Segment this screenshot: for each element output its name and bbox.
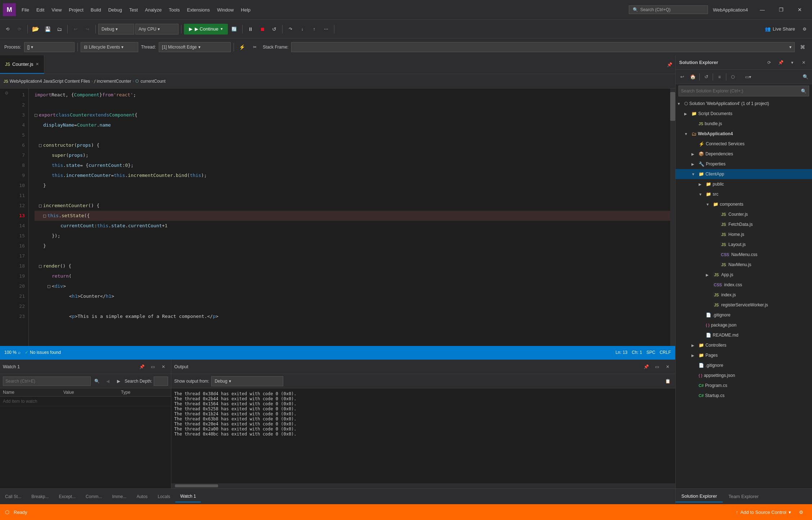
- menu-build[interactable]: Build: [87, 5, 105, 15]
- se-show-all-btn[interactable]: ≡: [714, 72, 725, 82]
- restart-button[interactable]: ↺: [269, 24, 280, 35]
- menu-test[interactable]: Test: [126, 5, 141, 15]
- se-refresh-btn[interactable]: 🏠: [688, 72, 698, 82]
- debug-config-dropdown[interactable]: Debug▾: [98, 24, 134, 35]
- se-tab-solution-explorer[interactable]: Solution Explorer: [676, 491, 723, 502]
- tree-item-pages[interactable]: ▶ 📁 Pages: [676, 350, 812, 360]
- tree-item-deps[interactable]: ▶ 📦 Dependencies: [676, 149, 812, 159]
- breadcrumb-2[interactable]: incrementCounter: [97, 79, 131, 84]
- tab-command[interactable]: Comm...: [81, 491, 107, 502]
- menu-file[interactable]: File: [18, 5, 33, 15]
- menu-tools[interactable]: Tools: [165, 5, 183, 15]
- se-search-input[interactable]: [681, 88, 801, 93]
- close-button[interactable]: ✕: [790, 3, 809, 16]
- tree-item-navmenu-js[interactable]: JS NavMenu.js: [676, 260, 812, 270]
- tab-counter-js[interactable]: JS Counter.js ✕: [0, 55, 44, 74]
- tab-immediate[interactable]: Imme...: [107, 491, 131, 502]
- thread-dropdown[interactable]: [1] Microsoft Edge▾: [159, 42, 231, 52]
- tab-callstack[interactable]: Call St...: [0, 491, 26, 502]
- tracepoint-button[interactable]: ✂: [250, 42, 260, 52]
- live-share-button[interactable]: 👥 Live Share: [762, 25, 798, 33]
- menu-edit[interactable]: Edit: [33, 5, 48, 15]
- watch-nav-back[interactable]: ◀: [103, 377, 112, 386]
- menu-analyze[interactable]: Analyze: [141, 5, 165, 15]
- output-close-button[interactable]: ✕: [663, 362, 672, 371]
- se-tab-team-explorer[interactable]: Team Explorer: [723, 491, 764, 502]
- tree-item-readme[interactable]: 📄 README.md: [676, 330, 812, 340]
- se-filter-btn[interactable]: ↺: [701, 72, 711, 82]
- watch-close-button[interactable]: ✕: [159, 362, 168, 371]
- tree-item-gitignore-ca[interactable]: 📄 .gitignore: [676, 310, 812, 320]
- tree-item-clientapp[interactable]: ▼ 📁 ClientApp: [676, 169, 812, 179]
- undo-button[interactable]: ↩: [70, 24, 81, 35]
- tree-item-appsettings[interactable]: { } appsettings.json: [676, 370, 812, 380]
- tree-item-src[interactable]: ▼ 📁 src: [676, 189, 812, 199]
- stack-dropdown[interactable]: ▾: [291, 42, 795, 52]
- minimize-button[interactable]: —: [753, 3, 772, 16]
- tree-item-webapp4[interactable]: ▼ 🗂 WebApplication4: [676, 129, 812, 139]
- tree-item-home-js[interactable]: JS Home.js: [676, 229, 812, 240]
- editor-settings[interactable]: ⚙: [0, 88, 13, 346]
- tree-item-solution[interactable]: ▼ ⬡ Solution 'WebApplication4' (1 of 1 p…: [676, 99, 812, 109]
- watch-add-row[interactable]: Add item to watch: [0, 397, 171, 406]
- tree-item-rsw-js[interactable]: JS registerServiceWorker.js: [676, 300, 812, 310]
- tree-item-pkg-json[interactable]: { } package.json: [676, 320, 812, 330]
- tab-watch1[interactable]: Watch 1: [175, 491, 201, 502]
- stack-tool-btn[interactable]: ⌘: [798, 42, 808, 52]
- tree-item-index-css[interactable]: CSS index.css: [676, 280, 812, 290]
- stop-button[interactable]: ⏹: [257, 24, 268, 35]
- tree-item-startup-cs[interactable]: C# Startup.cs: [676, 391, 812, 401]
- tree-item-props[interactable]: ▶ 🔧 Properties: [676, 159, 812, 169]
- source-control-button[interactable]: ↑ Add to Source Control ▾: [736, 510, 791, 515]
- back-button[interactable]: ⟲: [2, 24, 13, 35]
- maximize-button[interactable]: ❐: [772, 3, 790, 16]
- lifecycle-dropdown[interactable]: ⊟ Lifecycle Events▾: [81, 42, 138, 52]
- watch-search-input[interactable]: [3, 377, 91, 386]
- se-pin-button[interactable]: 📌: [776, 58, 785, 67]
- watch-dock-button[interactable]: ▭: [148, 362, 157, 371]
- tree-item-navmenu-css[interactable]: CSS NavMenu.css: [676, 250, 812, 260]
- tab-autos[interactable]: Autos: [131, 491, 153, 502]
- tree-item-app-js[interactable]: ▶ JS App.js: [676, 270, 812, 280]
- tree-item-index-js[interactable]: JS index.js: [676, 290, 812, 300]
- tree-item-public[interactable]: ▶ 📁 public: [676, 179, 812, 189]
- watch-nav-fwd[interactable]: ▶: [114, 377, 123, 386]
- depth-input[interactable]: [154, 377, 168, 386]
- menu-window[interactable]: Window: [213, 5, 237, 15]
- open-button[interactable]: 📂: [30, 24, 41, 35]
- tree-item-gitignore[interactable]: 📄 .gitignore: [676, 360, 812, 370]
- step-over-button[interactable]: ↷: [285, 24, 296, 35]
- tree-item-bundle-js[interactable]: JS bundle.js: [676, 119, 812, 129]
- tree-item-controllers[interactable]: ▶ 📁 Controllers: [676, 340, 812, 350]
- output-scrollbar[interactable]: [171, 483, 675, 488]
- se-sync-btn[interactable]: ↩: [677, 72, 687, 82]
- zoom-control[interactable]: 100 % ⌕: [4, 350, 21, 355]
- save-all-button[interactable]: 🗂: [54, 24, 65, 35]
- process-dropdown[interactable]: []▾: [24, 42, 75, 52]
- refresh-button[interactable]: 🔄: [229, 24, 240, 35]
- tree-item-fetchdata-js[interactable]: JS FetchData.js: [676, 219, 812, 229]
- settings-button[interactable]: ⚙: [799, 24, 810, 35]
- more-debug-buttons[interactable]: ⋯: [321, 24, 331, 35]
- tree-item-layout-js[interactable]: JS Layout.js: [676, 240, 812, 250]
- se-search-btn[interactable]: 🔍: [800, 72, 811, 82]
- tree-item-program-cs[interactable]: C# Program.cs: [676, 380, 812, 391]
- tab-close-icon[interactable]: ✕: [36, 62, 39, 67]
- breadcrumb-3[interactable]: currentCount: [140, 79, 165, 84]
- se-collapse-btn[interactable]: ⬡: [728, 72, 738, 82]
- se-chevron-button[interactable]: ▾: [788, 58, 797, 67]
- watch-search-btn[interactable]: 🔍: [92, 377, 102, 386]
- menu-project[interactable]: Project: [65, 5, 87, 15]
- forward-button[interactable]: ⟳: [14, 24, 25, 35]
- watch-pin-button[interactable]: 📌: [137, 362, 146, 371]
- output-source-dropdown[interactable]: Debug▾: [211, 376, 283, 386]
- breadcrumb-1[interactable]: WebApplication4 JavaScript Content Files: [10, 79, 90, 84]
- continue-button[interactable]: ▶ ▶ Continue ▾: [184, 24, 228, 35]
- menu-extensions[interactable]: Extensions: [183, 5, 213, 15]
- editor-scrollbar[interactable]: [670, 88, 675, 346]
- title-search-box[interactable]: 🔍 Search (Ctrl+Q): [629, 5, 708, 14]
- menu-debug[interactable]: Debug: [105, 5, 126, 15]
- menu-help[interactable]: Help: [237, 5, 254, 15]
- output-copy-button[interactable]: 📋: [663, 377, 672, 386]
- tree-item-script-docs[interactable]: ▶ 📁 Script Documents: [676, 109, 812, 119]
